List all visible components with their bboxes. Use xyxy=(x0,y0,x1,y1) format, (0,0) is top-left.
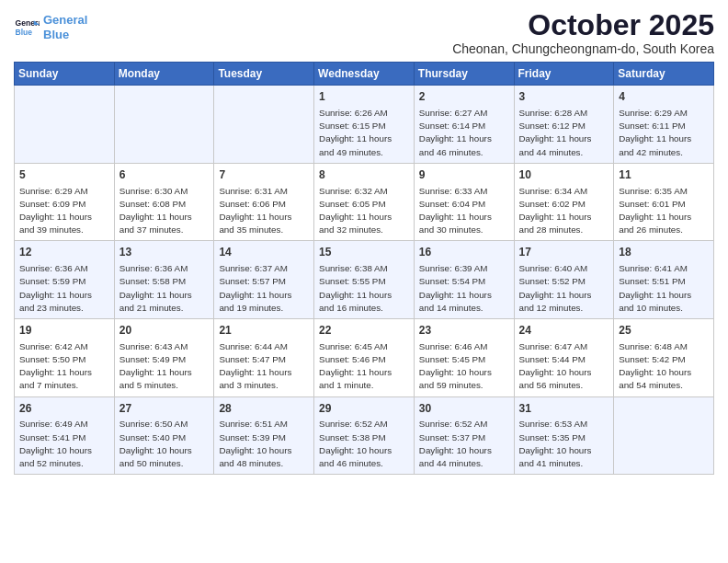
day-info: Sunrise: 6:45 AM Sunset: 5:46 PM Dayligh… xyxy=(319,340,409,393)
day-number: 7 xyxy=(219,167,309,183)
calendar-cell: 23Sunrise: 6:46 AM Sunset: 5:45 PM Dayli… xyxy=(414,319,514,397)
day-info: Sunrise: 6:37 AM Sunset: 5:57 PM Dayligh… xyxy=(219,262,309,315)
weekday-header: Tuesday xyxy=(214,63,314,86)
day-number: 11 xyxy=(619,167,709,183)
logo-icon: General Blue xyxy=(14,15,40,40)
calendar-cell xyxy=(114,86,214,164)
logo: General Blue GeneralBlue xyxy=(14,13,87,41)
weekday-header: Saturday xyxy=(614,63,714,86)
weekday-header: Thursday xyxy=(414,63,514,86)
day-info: Sunrise: 6:51 AM Sunset: 5:39 PM Dayligh… xyxy=(219,418,309,470)
calendar-cell: 30Sunrise: 6:52 AM Sunset: 5:37 PM Dayli… xyxy=(414,396,514,475)
calendar-cell: 22Sunrise: 6:45 AM Sunset: 5:46 PM Dayli… xyxy=(314,319,415,397)
day-info: Sunrise: 6:30 AM Sunset: 6:08 PM Dayligh… xyxy=(119,185,210,237)
day-info: Sunrise: 6:50 AM Sunset: 5:40 PM Dayligh… xyxy=(119,418,210,470)
day-info: Sunrise: 6:47 AM Sunset: 5:44 PM Dayligh… xyxy=(519,340,609,393)
day-info: Sunrise: 6:34 AM Sunset: 6:02 PM Dayligh… xyxy=(519,185,609,237)
calendar-cell: 8Sunrise: 6:32 AM Sunset: 6:05 PM Daylig… xyxy=(314,163,415,241)
day-number: 21 xyxy=(219,323,309,339)
day-info: Sunrise: 6:31 AM Sunset: 6:06 PM Dayligh… xyxy=(219,185,309,237)
day-info: Sunrise: 6:36 AM Sunset: 5:59 PM Dayligh… xyxy=(19,262,109,315)
day-number: 27 xyxy=(119,401,210,417)
day-number: 24 xyxy=(519,323,609,339)
calendar-cell: 16Sunrise: 6:39 AM Sunset: 5:54 PM Dayli… xyxy=(414,241,514,319)
calendar-cell: 17Sunrise: 6:40 AM Sunset: 5:52 PM Dayli… xyxy=(514,241,614,319)
page-header: General Blue GeneralBlue October 2025 Ch… xyxy=(14,9,714,56)
day-number: 26 xyxy=(19,401,109,417)
calendar-table: SundayMondayTuesdayWednesdayThursdayFrid… xyxy=(14,62,714,475)
day-number: 9 xyxy=(419,167,509,183)
weekday-header: Monday xyxy=(114,63,214,86)
calendar-cell: 24Sunrise: 6:47 AM Sunset: 5:44 PM Dayli… xyxy=(514,319,614,397)
day-number: 15 xyxy=(319,245,409,260)
day-number: 17 xyxy=(519,245,609,260)
calendar-cell: 28Sunrise: 6:51 AM Sunset: 5:39 PM Dayli… xyxy=(214,396,314,475)
day-number: 13 xyxy=(119,245,210,260)
calendar-cell: 18Sunrise: 6:41 AM Sunset: 5:51 PM Dayli… xyxy=(614,241,714,319)
day-number: 20 xyxy=(119,323,210,339)
calendar-cell: 4Sunrise: 6:29 AM Sunset: 6:11 PM Daylig… xyxy=(614,86,714,164)
day-number: 5 xyxy=(19,167,109,183)
weekday-header: Sunday xyxy=(15,63,115,86)
calendar-cell: 26Sunrise: 6:49 AM Sunset: 5:41 PM Dayli… xyxy=(15,396,115,475)
day-info: Sunrise: 6:35 AM Sunset: 6:01 PM Dayligh… xyxy=(619,185,709,237)
title-block: October 2025 Cheonan, Chungcheongnam-do,… xyxy=(452,9,714,56)
day-number: 14 xyxy=(219,245,309,260)
location-subtitle: Cheonan, Chungcheongnam-do, South Korea xyxy=(452,41,714,56)
day-number: 28 xyxy=(219,401,309,417)
day-number: 3 xyxy=(519,89,609,105)
calendar-cell xyxy=(15,86,115,164)
calendar-cell: 2Sunrise: 6:27 AM Sunset: 6:14 PM Daylig… xyxy=(414,86,514,164)
calendar-cell: 13Sunrise: 6:36 AM Sunset: 5:58 PM Dayli… xyxy=(114,241,214,319)
calendar-cell: 29Sunrise: 6:52 AM Sunset: 5:38 PM Dayli… xyxy=(314,396,415,475)
day-info: Sunrise: 6:26 AM Sunset: 6:15 PM Dayligh… xyxy=(319,107,409,159)
day-number: 4 xyxy=(619,89,709,105)
weekday-header-row: SundayMondayTuesdayWednesdayThursdayFrid… xyxy=(15,63,714,86)
logo-text: GeneralBlue xyxy=(43,13,87,41)
calendar-week-row: 12Sunrise: 6:36 AM Sunset: 5:59 PM Dayli… xyxy=(15,241,714,319)
calendar-cell: 9Sunrise: 6:33 AM Sunset: 6:04 PM Daylig… xyxy=(414,163,514,241)
calendar-cell: 14Sunrise: 6:37 AM Sunset: 5:57 PM Dayli… xyxy=(214,241,314,319)
day-number: 6 xyxy=(119,167,210,183)
calendar-cell: 5Sunrise: 6:29 AM Sunset: 6:09 PM Daylig… xyxy=(15,163,115,241)
day-info: Sunrise: 6:42 AM Sunset: 5:50 PM Dayligh… xyxy=(19,340,109,393)
day-info: Sunrise: 6:53 AM Sunset: 5:35 PM Dayligh… xyxy=(519,418,609,470)
calendar-cell: 3Sunrise: 6:28 AM Sunset: 6:12 PM Daylig… xyxy=(514,86,614,164)
day-number: 29 xyxy=(319,401,409,417)
day-number: 25 xyxy=(619,323,709,339)
day-info: Sunrise: 6:52 AM Sunset: 5:37 PM Dayligh… xyxy=(419,418,509,470)
day-number: 8 xyxy=(319,167,409,183)
day-info: Sunrise: 6:39 AM Sunset: 5:54 PM Dayligh… xyxy=(419,262,509,315)
weekday-header: Friday xyxy=(514,63,614,86)
day-info: Sunrise: 6:46 AM Sunset: 5:45 PM Dayligh… xyxy=(419,340,509,393)
calendar-cell: 15Sunrise: 6:38 AM Sunset: 5:55 PM Dayli… xyxy=(314,241,415,319)
calendar-cell: 1Sunrise: 6:26 AM Sunset: 6:15 PM Daylig… xyxy=(314,86,415,164)
calendar-cell xyxy=(614,396,714,475)
calendar-week-row: 19Sunrise: 6:42 AM Sunset: 5:50 PM Dayli… xyxy=(15,319,714,397)
day-number: 30 xyxy=(419,401,509,417)
day-info: Sunrise: 6:43 AM Sunset: 5:49 PM Dayligh… xyxy=(119,340,210,393)
calendar-cell: 6Sunrise: 6:30 AM Sunset: 6:08 PM Daylig… xyxy=(114,163,214,241)
day-info: Sunrise: 6:40 AM Sunset: 5:52 PM Dayligh… xyxy=(519,262,609,315)
calendar-week-row: 5Sunrise: 6:29 AM Sunset: 6:09 PM Daylig… xyxy=(15,163,714,241)
day-number: 1 xyxy=(319,89,409,105)
weekday-header: Wednesday xyxy=(314,63,415,86)
day-number: 12 xyxy=(19,245,109,260)
calendar-cell: 11Sunrise: 6:35 AM Sunset: 6:01 PM Dayli… xyxy=(614,163,714,241)
calendar-week-row: 26Sunrise: 6:49 AM Sunset: 5:41 PM Dayli… xyxy=(15,396,714,475)
day-info: Sunrise: 6:33 AM Sunset: 6:04 PM Dayligh… xyxy=(419,185,509,237)
calendar-cell: 25Sunrise: 6:48 AM Sunset: 5:42 PM Dayli… xyxy=(614,319,714,397)
day-info: Sunrise: 6:29 AM Sunset: 6:11 PM Dayligh… xyxy=(619,107,709,159)
day-info: Sunrise: 6:29 AM Sunset: 6:09 PM Dayligh… xyxy=(19,185,109,237)
day-info: Sunrise: 6:28 AM Sunset: 6:12 PM Dayligh… xyxy=(519,107,609,159)
day-info: Sunrise: 6:36 AM Sunset: 5:58 PM Dayligh… xyxy=(119,262,210,315)
day-number: 22 xyxy=(319,323,409,339)
day-number: 18 xyxy=(619,245,709,260)
day-number: 23 xyxy=(419,323,509,339)
calendar-cell: 12Sunrise: 6:36 AM Sunset: 5:59 PM Dayli… xyxy=(15,241,115,319)
day-info: Sunrise: 6:44 AM Sunset: 5:47 PM Dayligh… xyxy=(219,340,309,393)
day-info: Sunrise: 6:27 AM Sunset: 6:14 PM Dayligh… xyxy=(419,107,509,159)
day-number: 16 xyxy=(419,245,509,260)
day-info: Sunrise: 6:38 AM Sunset: 5:55 PM Dayligh… xyxy=(319,262,409,315)
calendar-cell: 10Sunrise: 6:34 AM Sunset: 6:02 PM Dayli… xyxy=(514,163,614,241)
